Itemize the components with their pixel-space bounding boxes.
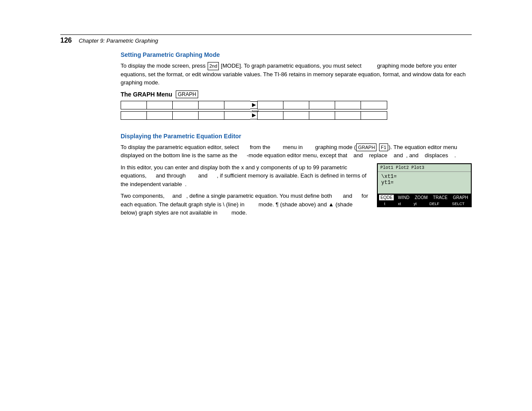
content-area: Setting Parametric Graphing Mode To disp… — [121, 51, 472, 221]
calc-menu-item-eqde: EQDE — [379, 195, 394, 200]
calc-softkey-selct: SELCT — [452, 202, 464, 206]
main-content: 126 Chapter 9: Parametric Graphing Setti… — [60, 34, 472, 221]
menu-cell-r2-4 — [335, 112, 361, 119]
menu-cell-r2-3 — [309, 112, 335, 119]
menu-cell-2-3 — [173, 112, 199, 119]
menu-cell-2-4 — [199, 112, 224, 119]
menu-cell-r1-1 — [258, 101, 283, 109]
chapter-title: Chapter 9: Parametric Graphing — [79, 37, 158, 44]
calc-screen-content: \xt1= yt1= — [378, 172, 471, 193]
menu-cell-r1-3 — [309, 101, 335, 109]
graph-menu-label: The GRAPH Menu GRAPH — [121, 90, 472, 98]
key-graph: GRAPH — [356, 143, 376, 152]
header-line: 126 Chapter 9: Parametric Graphing — [60, 37, 472, 44]
menu-tables: ▶ — [121, 101, 472, 120]
section1-para1: To display the mode screen, press 2nd [M… — [121, 62, 472, 87]
key-2nd: 2nd — [208, 62, 219, 70]
section2-content: To display the parametric equation edito… — [121, 143, 472, 221]
menu-row-1: ▶ — [121, 101, 472, 109]
calc-softkey-xt: xt — [398, 202, 401, 206]
calc-softkey-bar: t xt yt DELF SELCT — [378, 201, 471, 206]
menu-cell-r2-1 — [258, 112, 283, 119]
menu-cell-1-3 — [173, 101, 199, 109]
menu-cell-2-1 — [121, 112, 147, 119]
page-number: 126 — [60, 37, 72, 44]
menu-row-2: ▶ — [121, 111, 472, 120]
calc-screenshot: Plot1 Plot2 Plot3 \xt1= yt1= EQDE WIND Z… — [377, 163, 472, 207]
section2-para1: To display the parametric equation edito… — [121, 143, 472, 160]
menu-cell-r2-5 — [361, 112, 387, 119]
menu-cell-2-5 — [224, 112, 250, 119]
menu-row2-right — [257, 111, 387, 120]
menu-cell-r1-5 — [361, 101, 387, 109]
calc-menu-item-trace: TRACE — [432, 195, 449, 200]
calc-menu-item-graph: GRAPH — [451, 195, 470, 200]
menu-cell-r1-2 — [283, 101, 309, 109]
menu-cell-r1-4 — [335, 101, 361, 109]
menu-cell-1-5 — [224, 101, 250, 109]
menu-cell-r2-2 — [283, 112, 309, 119]
menu-row1-right — [257, 101, 387, 109]
calc-softkey-yt: yt — [414, 202, 417, 206]
page-container: 126 Chapter 9: Parametric Graphing Setti… — [0, 0, 532, 411]
menu-row1-left — [121, 101, 250, 109]
calc-line1: \xt1= — [381, 174, 467, 180]
calc-softkey-t: t — [384, 202, 386, 206]
section1-title: Setting Parametric Graphing Mode — [121, 51, 472, 58]
menu-arrow-1: ▶ — [250, 101, 257, 109]
key-f1: F1 — [379, 143, 388, 152]
menu-cell-1-1 — [121, 101, 147, 109]
menu-cell-2-2 — [147, 112, 173, 119]
graph-key-badge: GRAPH — [176, 90, 199, 98]
calc-line2: yt1= — [381, 180, 467, 186]
calc-menu-item-zoom: ZOOM — [414, 195, 429, 200]
calc-plot-row: Plot1 Plot2 Plot3 — [380, 165, 424, 170]
calc-screen-top: Plot1 Plot2 Plot3 — [378, 164, 471, 172]
menu-cell-1-2 — [147, 101, 173, 109]
menu-row2-left — [121, 111, 250, 120]
menu-arrow-2: ▶ — [250, 112, 257, 119]
menu-cell-1-4 — [199, 101, 224, 109]
graph-menu-text: The GRAPH Menu — [121, 91, 172, 98]
section2-title: Displaying the Parametric Equation Edito… — [121, 133, 472, 140]
header-rule — [60, 34, 472, 35]
calc-menu-bar: EQDE WIND ZOOM TRACE GRAPH — [378, 193, 471, 201]
calc-menu-item-wind: WIND — [397, 195, 411, 200]
calc-softkey-delf: DELF — [429, 202, 439, 206]
